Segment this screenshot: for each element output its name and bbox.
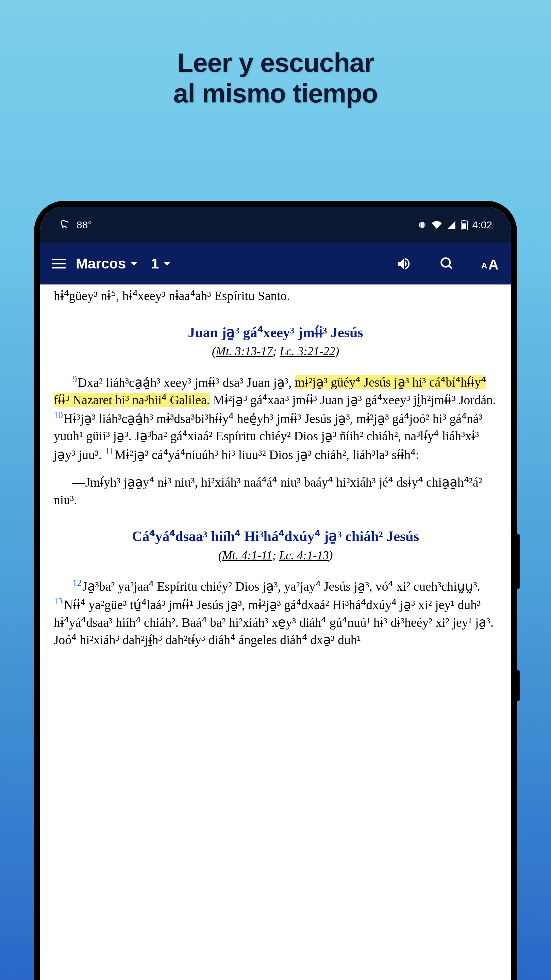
verse-9a: Dxa² liáh³ca̱á̱h³ xeey³ jmɨ́ɨ³ dsa³ Juan… [78,375,295,389]
chevron-down-icon [130,262,137,266]
svg-text:A: A [488,256,499,271]
verse-13: Nɨ́ɨ⁴ ya²güe³ tú̱⁴laá³ jmɨ́ɨ¹ Jesús ja̱³… [54,598,494,647]
svg-rect-5 [463,220,465,221]
chapter-number: 1 [151,256,159,272]
vibrate-icon [417,220,427,230]
verse-11: Mɨ²ja̱³ cá⁴yá⁴niuúh³ hi³ liuu³² Dios ja̱… [114,447,419,461]
verse-number-10[interactable]: 10 [54,410,63,420]
ref-link-lc-4[interactable]: Lc. 4:1-13 [279,549,329,562]
section-heading-2: Cá⁴yá⁴dsaa³ hiíh⁴ Hi³há⁴dxúy⁴ ja̱³ chiáh… [54,527,497,546]
audio-button[interactable] [395,255,413,272]
svg-text:A: A [481,261,487,270]
status-time: 4:02 [472,219,492,231]
svg-rect-1 [419,223,419,226]
promo-line-1: Leer y escuchar [0,48,551,78]
status-bar: 88° 4:02 [40,207,511,243]
ref-link-mt-4[interactable]: Mt. 4:1-11 [222,549,272,562]
verse-number-12[interactable]: 12 [73,578,82,588]
verse-number-11[interactable]: 11 [105,446,114,456]
app-bar: Marcos 1 AA [40,243,511,285]
phone-screen: 88° 4:02 [40,207,511,980]
book-name: Marcos [76,256,126,272]
cross-refs-1: (Mt. 3:13-17; Lc. 3:21-22) [54,343,497,360]
status-temp: 88° [76,219,92,231]
phone-side-button-2 [517,670,520,701]
cross-refs-2: (Mt. 4:1-11; Lc. 4:1-13) [54,547,497,564]
chevron-down-icon [164,262,170,266]
phone-side-button-1 [517,534,520,589]
section-heading-1: Juan ja̱³ gá⁴xeey³ jmɨ́ɨ³ Jesús [54,324,497,342]
verse-number-9[interactable]: 9 [73,374,77,384]
content-area[interactable]: hɨ⁴güey³ nɨ⁵, hɨ⁴xeey³ nɨaa⁴ah³ Espíritu… [40,285,511,649]
paragraph-1: 9Dxa² liáh³ca̱á̱h³ xeey³ jmɨ́ɨ³ dsa³ Jua… [54,373,497,463]
signal-icon [446,220,456,230]
run-icon [59,219,70,231]
svg-rect-2 [424,223,425,226]
ref-link-lc-3[interactable]: Lc. 3:21-22 [279,345,335,358]
phone-frame: 88° 4:02 [34,201,517,980]
menu-button[interactable] [52,257,66,270]
truncated-prev-text: hɨ⁴güey³ nɨ⁵, hɨ⁴xeey³ nɨaa⁴ah³ Espíritu… [54,285,497,305]
search-button[interactable] [438,255,456,272]
svg-point-6 [441,258,450,267]
paragraph-2: 12Ja̱³ba² ya²jaa⁴ Espíritu chiéy² Dios j… [54,577,497,649]
svg-rect-4 [462,223,466,229]
chapter-selector[interactable]: 1 [151,256,170,272]
svg-line-7 [449,266,452,269]
verse-number-13[interactable]: 13 [54,596,63,606]
ref-link-mt-3[interactable]: Mt. 3:13-17 [216,345,273,358]
book-selector[interactable]: Marcos [76,256,137,272]
verse-12: Ja̱³ba² ya²jaa⁴ Espíritu chiéy² Dios ja̱… [82,579,480,593]
wifi-icon [432,220,442,230]
quote-1: —Jmɨ́yh³ ja̱a̱y⁴ nɨ³ niu³, hi²xiáh³ naá⁴… [54,474,497,509]
promo-line-2: al mismo tiempo [0,78,551,109]
font-size-button[interactable]: AA [481,255,499,272]
battery-icon [461,220,468,230]
svg-rect-0 [421,222,424,227]
verse-9b: Mɨ²ja̱³ gá⁴xaa³ jmɨ́ɨ³ Juan ja̱³ gá⁴xeey… [210,393,496,407]
